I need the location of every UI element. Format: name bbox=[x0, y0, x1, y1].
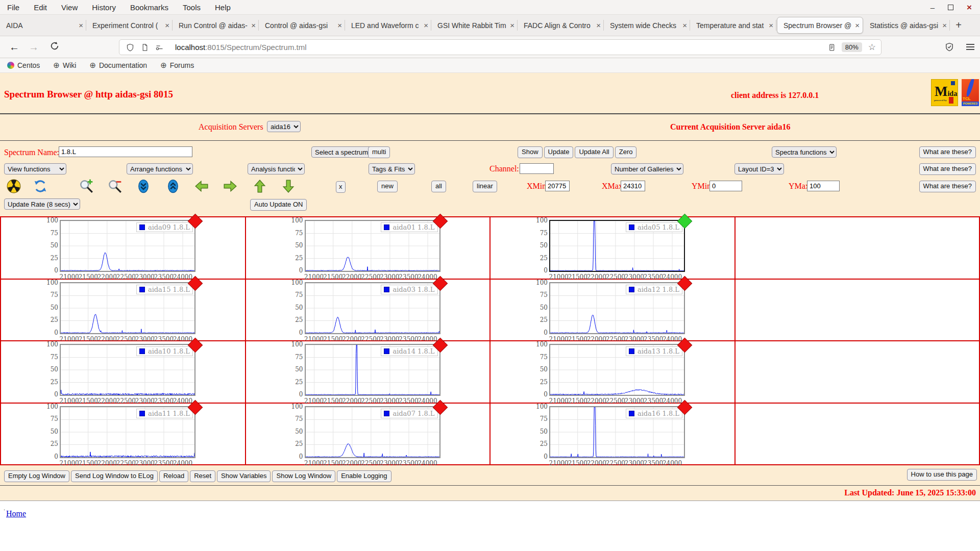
maximize-button[interactable] bbox=[948, 5, 953, 10]
tab-close-icon[interactable]: × bbox=[79, 21, 83, 30]
spectrum-plot[interactable]: aida16 1.8.L bbox=[549, 406, 685, 458]
tab-6[interactable]: GSI White Rabbit Tim× bbox=[431, 15, 518, 36]
menu-help[interactable]: Help bbox=[215, 3, 231, 12]
tags-fits-select[interactable]: Tags & Fits bbox=[369, 163, 415, 174]
back-button[interactable]: ← bbox=[9, 41, 19, 53]
acquisition-server-select[interactable]: aida16 bbox=[267, 121, 301, 132]
refresh-icon[interactable] bbox=[33, 179, 48, 194]
close-button[interactable]: × bbox=[967, 3, 972, 12]
how-to-use-button[interactable]: How to use this page bbox=[907, 469, 977, 481]
number-of-galleries-select[interactable]: Number of Galleries bbox=[611, 163, 683, 174]
radioactive-icon[interactable] bbox=[6, 179, 21, 194]
show-variables-button[interactable]: Show Variables bbox=[217, 470, 271, 482]
tab-close-icon[interactable]: × bbox=[251, 21, 256, 30]
tab-close-icon[interactable]: × bbox=[942, 21, 947, 30]
channel-input[interactable] bbox=[520, 163, 554, 174]
layout-id-select[interactable]: Layout ID=3 bbox=[734, 163, 784, 174]
tab-close-icon[interactable]: × bbox=[855, 21, 860, 30]
url-text[interactable]: localhost:8015/Spectrum/Spectrum.tml bbox=[175, 43, 307, 52]
minimize-button[interactable]: – bbox=[930, 3, 935, 12]
linear-button[interactable]: linear bbox=[473, 181, 497, 192]
midas-logo[interactable]: Midas powered by bbox=[931, 79, 958, 106]
spectrum-plot[interactable]: aida14 1.8.L bbox=[305, 344, 440, 396]
menu-file[interactable]: File bbox=[7, 3, 19, 12]
update-button[interactable]: Update bbox=[544, 146, 574, 158]
tab-close-icon[interactable]: × bbox=[596, 21, 601, 30]
xmin-input[interactable] bbox=[545, 181, 570, 191]
what-are-these-button-3[interactable]: What are these? bbox=[919, 181, 976, 192]
menu-bookmarks[interactable]: Bookmarks bbox=[130, 3, 168, 12]
tab-close-icon[interactable]: × bbox=[510, 21, 514, 30]
shield-icon[interactable] bbox=[126, 43, 134, 52]
page-info-icon[interactable] bbox=[141, 43, 149, 52]
tab-10[interactable]: Spectrum Browser @× bbox=[777, 17, 863, 34]
tab-5[interactable]: LED and Waveform c× bbox=[345, 15, 431, 36]
arrange-functions-select[interactable]: Arrange functions bbox=[127, 163, 193, 174]
new-tab-button[interactable]: + bbox=[950, 15, 967, 36]
scroll-up-icon[interactable] bbox=[165, 179, 181, 194]
bookmark-documentation[interactable]: ⊕Documentation bbox=[89, 61, 147, 70]
tab-3[interactable]: Run Control @ aidas-× bbox=[173, 15, 259, 36]
update-all-button[interactable]: Update All bbox=[575, 146, 613, 158]
scroll-down-icon[interactable] bbox=[136, 179, 151, 194]
tab-11[interactable]: Statistics @ aidas-gsi× bbox=[864, 15, 950, 36]
auto-update-button[interactable]: Auto Update ON bbox=[250, 199, 307, 211]
menu-tools[interactable]: Tools bbox=[183, 3, 201, 12]
tab-1[interactable]: AIDA× bbox=[0, 15, 86, 36]
spectrum-name-input[interactable] bbox=[59, 146, 192, 157]
reload-button[interactable] bbox=[50, 41, 59, 53]
spectrum-plot[interactable]: aida01 1.8.L bbox=[305, 220, 440, 272]
arrow-right-icon[interactable] bbox=[223, 179, 238, 194]
enable-logging-button[interactable]: Enable Logging bbox=[337, 470, 391, 482]
update-rate-select[interactable]: Update Rate (8 secs) bbox=[4, 198, 80, 210]
spectrum-plot[interactable]: aida09 1.8.L bbox=[60, 220, 195, 272]
tab-2[interactable]: Experiment Control (× bbox=[86, 15, 173, 36]
spectrum-plot[interactable]: aida13 1.8.L bbox=[549, 344, 685, 396]
empty-log-window-button[interactable]: Empty Log Window bbox=[4, 470, 69, 482]
tab-9[interactable]: Temperature and stat× bbox=[690, 15, 776, 36]
arrow-up-icon[interactable] bbox=[252, 179, 267, 194]
reader-view-icon[interactable] bbox=[828, 43, 836, 52]
tab-close-icon[interactable]: × bbox=[165, 21, 169, 30]
new-button[interactable]: new bbox=[377, 181, 398, 192]
all-button[interactable]: all bbox=[431, 181, 446, 192]
tab-8[interactable]: System wide Checks× bbox=[604, 15, 690, 36]
spectra-functions-select[interactable]: Spectra functions bbox=[772, 146, 837, 158]
x-scale-button[interactable]: x bbox=[336, 181, 346, 193]
zoom-out-icon[interactable] bbox=[107, 179, 122, 194]
spectrum-plot[interactable]: aida05 1.8.L bbox=[549, 220, 685, 272]
xmax-input[interactable] bbox=[621, 181, 645, 191]
spectrum-plot[interactable]: aida10 1.8.L bbox=[60, 344, 195, 396]
show-button[interactable]: Show bbox=[518, 146, 543, 158]
tab-close-icon[interactable]: × bbox=[337, 21, 342, 30]
menu-history[interactable]: History bbox=[92, 3, 116, 12]
tab-close-icon[interactable]: × bbox=[424, 21, 428, 30]
arrow-left-icon[interactable] bbox=[194, 179, 209, 194]
url-bar[interactable]: localhost:8015/Spectrum/Spectrum.tml 80%… bbox=[119, 39, 881, 55]
zoom-level-badge[interactable]: 80% bbox=[842, 42, 862, 52]
menu-edit[interactable]: Edit bbox=[34, 3, 47, 12]
tab-close-icon[interactable]: × bbox=[769, 21, 773, 30]
reset-button[interactable]: Reset bbox=[190, 470, 215, 482]
tab-7[interactable]: FADC Align & Contro× bbox=[518, 15, 604, 36]
show-log-window-button[interactable]: Show Log Window bbox=[272, 470, 335, 482]
ymin-input[interactable] bbox=[709, 181, 742, 191]
connection-info-icon[interactable] bbox=[155, 43, 164, 52]
tab-4[interactable]: Control @ aidas-gsi× bbox=[259, 15, 345, 36]
zoom-in-icon[interactable] bbox=[79, 179, 94, 194]
analysis-functions-select[interactable]: Analysis functions bbox=[248, 163, 305, 174]
zero-button[interactable]: Zero bbox=[615, 146, 637, 158]
spectrum-plot[interactable]: aida12 1.8.L bbox=[549, 282, 685, 334]
menu-view[interactable]: View bbox=[61, 3, 78, 12]
bookmark-centos[interactable]: Centos bbox=[7, 61, 40, 69]
send-log-window-to-elog-button[interactable]: Send Log Window to ELog bbox=[71, 470, 158, 482]
what-are-these-button-1[interactable]: What are these? bbox=[919, 146, 976, 158]
arrow-down-icon[interactable] bbox=[281, 179, 296, 194]
ymax-input[interactable] bbox=[807, 181, 840, 191]
home-link[interactable]: Home bbox=[6, 509, 26, 518]
spectrum-plot[interactable]: aida11 1.8.L bbox=[60, 406, 195, 458]
view-functions-select[interactable]: View functions bbox=[4, 163, 66, 174]
tcl-powered-logo[interactable]: TCL POWERED bbox=[962, 79, 979, 106]
spectrum-plot[interactable]: aida07 1.8.L bbox=[305, 406, 440, 458]
spectrum-plot[interactable]: aida15 1.8.L bbox=[60, 282, 195, 334]
